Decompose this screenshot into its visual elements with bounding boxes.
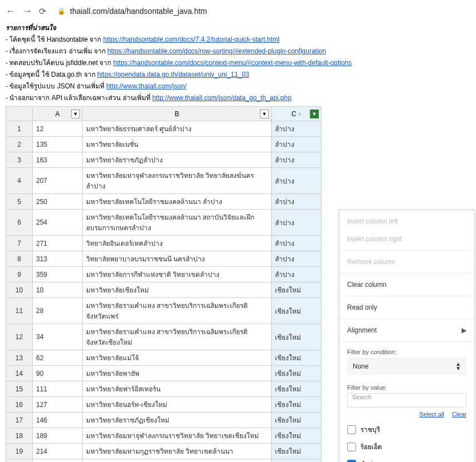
cell[interactable]: เชียงใหม่ — [272, 397, 322, 413]
row-header[interactable]: 5 — [6, 194, 33, 210]
table-row[interactable]: 9359มหาวิทยาลัยการกีฬาแห่งชาติ วิทยาเขตล… — [6, 267, 322, 282]
cell[interactable]: ลำปาง — [272, 267, 322, 282]
cell[interactable]: 135 — [33, 137, 83, 152]
cell[interactable]: มหาวิทยาลัยมหาจุฬาลงกรณราชวิทยาลัย วิทยา… — [83, 428, 272, 444]
cell[interactable]: 254 — [33, 210, 83, 236]
cell[interactable]: เชียงใหม่ — [272, 366, 322, 381]
cell[interactable]: เชียงใหม่ — [272, 298, 322, 324]
cell[interactable]: 62 — [33, 350, 83, 366]
cell[interactable]: มหาวิทยาลัยธรรมศาสตร์ ศูนย์ลำปาง — [83, 121, 272, 137]
cell[interactable]: มหาวิทยาลัยพายัพ — [83, 366, 272, 381]
cell[interactable]: เชียงใหม่ — [272, 324, 322, 350]
cell[interactable]: ลำปาง — [272, 251, 322, 267]
row-header[interactable]: 17 — [6, 413, 33, 428]
cell[interactable]: เชียงใหม่ — [272, 381, 322, 397]
select-all-link[interactable]: Select all — [419, 411, 444, 418]
table-row[interactable]: 3163มหาวิทยาลัยราชภัฏลำปางลำปาง — [6, 152, 322, 168]
table-row[interactable]: 5250มหาวิทยาลัยเทคโนโลยีราชมงคลล้านนา ลำ… — [6, 194, 322, 210]
back-button[interactable]: ← — [6, 6, 16, 17]
cell[interactable]: 247 — [33, 459, 83, 463]
row-header[interactable]: 13 — [6, 350, 33, 366]
table-row[interactable]: 1128มหาวิทยาลัยรามคำแหง สาขาวิทยบริการเฉ… — [6, 298, 322, 324]
table-row[interactable]: 4207มหาวิทยาลัยมหาจุฬาลงกรณราชวิทยาลัย ว… — [6, 168, 322, 194]
table-row[interactable]: 18189มหาวิทยาลัยมหาจุฬาลงกรณราชวิทยาลัย … — [6, 428, 322, 444]
row-header[interactable]: 16 — [6, 397, 33, 413]
filter-search-input[interactable]: Search — [347, 393, 467, 408]
menu-alignment[interactable]: Alignment ▶ — [339, 321, 474, 339]
menu-read-only[interactable]: Read only — [339, 299, 474, 316]
reload-button[interactable]: ⟳ — [39, 6, 46, 17]
cell[interactable]: มหาวิทยาลัยเทคโนโลยีราชมงคลล้านนา สถาบัน… — [83, 210, 272, 236]
filter-button-c[interactable]: ▼ — [310, 110, 319, 118]
filter-value-item[interactable]: ✓ลำปาง — [347, 455, 471, 462]
row-header[interactable]: 15 — [6, 381, 33, 397]
row-header[interactable]: 10 — [6, 282, 33, 298]
cell[interactable]: เชียงใหม่ — [272, 428, 322, 444]
cell[interactable]: 28 — [33, 298, 83, 324]
cell[interactable]: 10 — [33, 282, 83, 298]
cell[interactable]: ลำปาง — [272, 194, 322, 210]
cell[interactable]: 359 — [33, 267, 83, 282]
row-header[interactable]: 6 — [6, 210, 33, 236]
table-row[interactable]: 20247มหาวิทยาลัยเทคโนโลยีราชมงคลล้านนาเช… — [6, 459, 322, 463]
condition-select[interactable]: None ▲▼ — [347, 357, 467, 375]
table-row[interactable]: 1010มหาวิทยาลัยเชียงใหม่เชียงใหม่ — [6, 282, 322, 298]
col-header-c[interactable]: C ↑ ▼ — [272, 107, 322, 121]
cell[interactable]: ลำปาง — [272, 121, 322, 137]
cell[interactable]: ลำปาง — [272, 210, 322, 236]
row-header[interactable]: 7 — [6, 236, 33, 251]
cell[interactable]: 313 — [33, 251, 83, 267]
cell[interactable]: เชียงใหม่ — [272, 282, 322, 298]
row-header[interactable]: 3 — [6, 152, 33, 168]
filter-button-a[interactable]: ▼ — [71, 110, 80, 118]
address-bar[interactable]: 🔒 thaiall.com/data/handsontable_java.htm — [53, 4, 212, 18]
row-header[interactable]: 18 — [6, 428, 33, 444]
cell[interactable]: มหาวิทยาลัยนอร์ท-เชียงใหม่ — [83, 397, 272, 413]
col-header-b[interactable]: B ▼ — [83, 107, 272, 121]
cell[interactable]: 111 — [33, 381, 83, 397]
filter-value-list[interactable]: ราชบุรีร้อยเอ็ด✓ลำปางลำพูน — [347, 421, 471, 462]
cell[interactable]: 214 — [33, 444, 83, 459]
cell[interactable]: 163 — [33, 152, 83, 168]
cell[interactable]: มหาวิทยาลัยมหาจุฬาลงกรณราชวิทยาลัย วิทยา… — [83, 168, 272, 194]
table-row[interactable]: 2135มหาวิทยาลัยเนชั่นลำปาง — [6, 137, 322, 152]
row-header[interactable]: 14 — [6, 366, 33, 381]
cell[interactable]: มหาวิทยาลัยเทคโนโลยีราชมงคลล้านนา ลำปาง — [83, 194, 272, 210]
cell[interactable]: ลำปาง — [272, 236, 322, 251]
cell[interactable]: 146 — [33, 413, 83, 428]
cell[interactable]: มหาวิทยาลัยมหามกุฏราชวิทยาลัย วิทยาเขตล้… — [83, 444, 272, 459]
forward-button[interactable]: → — [22, 6, 32, 17]
filter-value-item[interactable]: ราชบุรี — [347, 421, 471, 438]
table-row[interactable]: 7271วิทยาลัยอินเตอร์เทคลำปางลำปาง — [6, 236, 322, 251]
cell[interactable]: มหาวิทยาลัยเชียงใหม่ — [83, 282, 272, 298]
cell[interactable]: เชียงใหม่ — [272, 444, 322, 459]
cell[interactable]: เชียงใหม่ — [272, 459, 322, 463]
table-row[interactable]: 19214มหาวิทยาลัยมหามกุฏราชวิทยาลัย วิทยา… — [6, 444, 322, 459]
cell[interactable]: 12 — [33, 121, 83, 137]
cell[interactable]: 90 — [33, 366, 83, 381]
intro-link[interactable]: http://www.thaiall.com/json/ — [106, 82, 187, 90]
table-row[interactable]: 8313วิทยาลัยพยาบาลบรมราชชนนี นครลำปางลำป… — [6, 251, 322, 267]
intro-link[interactable]: https://handsontable.com/docs/7.4.2/tuto… — [103, 36, 280, 43]
cell[interactable]: มหาวิทยาลัยฟาร์อีสเทอร์น — [83, 381, 272, 397]
cell[interactable]: 207 — [33, 168, 83, 194]
corner-header[interactable] — [6, 107, 33, 121]
cell[interactable]: 189 — [33, 428, 83, 444]
cell[interactable]: มหาวิทยาลัยราชภัฏลำปาง — [83, 152, 272, 168]
menu-clear-col[interactable]: Clear column — [339, 276, 474, 294]
table-row[interactable]: 16127มหาวิทยาลัยนอร์ท-เชียงใหม่เชียงใหม่ — [6, 397, 322, 413]
table-row[interactable]: 6254มหาวิทยาลัยเทคโนโลยีราชมงคลล้านนา สถ… — [6, 210, 322, 236]
table-row[interactable]: 17146มหาวิทยาลัยราชภัฏเชียงใหม่เชียงใหม่ — [6, 413, 322, 428]
intro-link[interactable]: https://opendata.data.go.th/dataset/univ… — [97, 71, 249, 78]
cell[interactable]: 127 — [33, 397, 83, 413]
cell[interactable]: ลำปาง — [272, 137, 322, 152]
clear-link[interactable]: Clear — [452, 411, 467, 418]
table-row[interactable]: 1362มหาวิทยาลัยแม่โจ้เชียงใหม่ — [6, 350, 322, 366]
cell[interactable]: มหาวิทยาลัยรามคำแหง สาขาวิทยบริการเฉลิมพ… — [83, 298, 272, 324]
checkbox[interactable] — [347, 443, 356, 451]
cell[interactable]: มหาวิทยาลัยเทคโนโลยีราชมงคลล้านนา — [83, 459, 272, 463]
row-header[interactable]: 11 — [6, 298, 33, 324]
cell[interactable]: ลำปาง — [272, 168, 322, 194]
intro-link[interactable]: https://handsontable.com/docs/row-sortin… — [107, 47, 326, 55]
filter-value-item[interactable]: ร้อยเอ็ด — [347, 438, 471, 455]
